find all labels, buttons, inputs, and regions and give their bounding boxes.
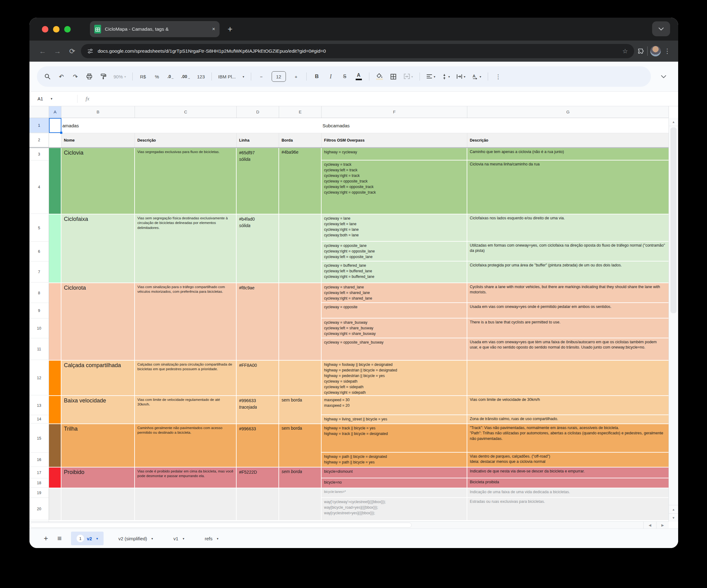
new-tab-button[interactable]: +: [228, 25, 233, 34]
row-header[interactable]: 16: [30, 453, 49, 467]
subdesc-cell[interactable]: Ciclofaixas nos lados esquerdo e/ou dire…: [467, 214, 669, 242]
cell-subcamadas[interactable]: Subcamadas: [322, 118, 669, 133]
scroll-down-icon[interactable]: ▼: [669, 513, 678, 522]
redo-icon[interactable]: ↷: [72, 72, 79, 81]
cell-camadas[interactable]: amadas: [61, 118, 322, 133]
decrease-decimal-button[interactable]: .0←: [167, 72, 175, 81]
filters-cell[interactable]: cycleway = share_busway cycleway:left = …: [322, 319, 467, 338]
layer-linha-cell[interactable]: #996633: [237, 424, 279, 467]
scrollbar-thumb[interactable]: [30, 523, 411, 527]
column-header-c[interactable]: C: [135, 106, 237, 118]
name-box[interactable]: A1 ▼: [30, 96, 77, 101]
layer-description-cell[interactable]: Vias onde é proibido pedalar em cima da …: [135, 468, 237, 488]
layer-linha-cell[interactable]: #f8c9ae: [237, 283, 279, 360]
font-family-select[interactable]: IBM Pl... ▾: [218, 72, 244, 81]
subdesc-cell[interactable]: Zona de trânsito calmo, ruas de uso comp…: [467, 415, 669, 424]
subdesc-cell[interactable]: There is a bus lane that cyclists are pe…: [467, 319, 669, 338]
subdesc-cell[interactable]: Utilizadas em formas com oneway=yes, com…: [467, 242, 669, 261]
subdesc-cell[interactable]: Usada em vias com oneway=yes onde é perm…: [467, 303, 669, 319]
filters-cell[interactable]: bicycle=no: [322, 478, 467, 488]
row-header[interactable]: 15: [30, 424, 49, 453]
layer-color-strip[interactable]: [49, 283, 61, 360]
layer-name-cell[interactable]: [61, 488, 135, 520]
layer-name-cell[interactable]: Ciclovia: [61, 148, 135, 214]
layer-linha-cell[interactable]: #996633tracejada: [237, 396, 279, 424]
filters-cell[interactable]: cycleway = lane cycleway:left = lane cyc…: [322, 214, 467, 242]
filters-cell[interactable]: highway = living_street || bicycle = yes: [322, 415, 467, 424]
subdesc-cell[interactable]: Cyclists share a lane with motor vehicle…: [467, 283, 669, 303]
layer-color-strip[interactable]: [49, 424, 61, 467]
layer-color-strip[interactable]: [49, 468, 61, 488]
decrease-font-size-button[interactable]: −: [258, 72, 265, 81]
scroll-left-icon[interactable]: ◀: [643, 522, 656, 528]
layer-name-cell[interactable]: Proibido: [61, 468, 135, 488]
horizontal-align-button[interactable]: ▾: [426, 72, 435, 81]
layer-description-cell[interactable]: Vias com limite de velocidade regulament…: [135, 396, 237, 424]
minimize-window-button[interactable]: [53, 26, 60, 33]
row-header[interactable]: 9: [30, 303, 49, 319]
subdesc-cell[interactable]: "Track": Vias não pavimentadas, normalme…: [467, 424, 669, 453]
layer-name-cell[interactable]: Ciclorota: [61, 283, 135, 360]
increase-decimal-button[interactable]: .00→: [181, 72, 191, 81]
subdesc-cell[interactable]: Ciclofaixa protegida por uma área de "bu…: [467, 261, 669, 283]
scrollbar-thumb[interactable]: [670, 127, 677, 313]
filters-cell[interactable]: way['cycleway'=cyclestreet]({{bbox}}); w…: [322, 498, 467, 520]
fill-handle[interactable]: [60, 132, 62, 134]
layer-borda-cell[interactable]: sem borda: [279, 424, 322, 467]
filters-cell[interactable]: highway = track || bicycle = yes highway…: [322, 424, 467, 453]
subdesc-cell[interactable]: Indicativo de que nesta via deve-se desc…: [467, 468, 669, 478]
add-sheet-button[interactable]: +: [44, 534, 48, 543]
column-header-g[interactable]: G: [467, 106, 669, 118]
search-icon[interactable]: [44, 72, 51, 81]
scrollbar-track[interactable]: [30, 522, 643, 528]
row-header[interactable]: 4: [30, 160, 49, 214]
cell-nome-header[interactable]: Nome: [61, 133, 135, 147]
row-header[interactable]: 10: [30, 319, 49, 338]
font-size-input[interactable]: 12: [272, 71, 286, 82]
layer-description-cell[interactable]: Vias segregadas exclusivas para fluxo de…: [135, 148, 237, 214]
sheet-tab-v2-simplified[interactable]: v2 (simplified) ▾: [113, 531, 159, 545]
cell-borda-header[interactable]: Borda: [279, 133, 322, 147]
row-header[interactable]: 17: [30, 468, 49, 478]
maximize-window-button[interactable]: [64, 26, 71, 33]
layer-color-strip[interactable]: [49, 396, 61, 424]
filters-cell[interactable]: cycleway = opposite: [322, 303, 467, 319]
tab-search-button[interactable]: [652, 22, 670, 36]
filters-cell[interactable]: maxspeed = 30 maxspeed = 20: [322, 396, 467, 415]
zoom-select[interactable]: 90% ▾: [113, 72, 126, 81]
italic-button[interactable]: I: [327, 72, 335, 81]
layer-borda-cell[interactable]: [279, 488, 322, 520]
subdesc-cell[interactable]: Vias dentro de parques, calçadões. ("off…: [467, 453, 669, 467]
filters-cell[interactable]: cycleway = buffered_lane cycleway:left =…: [322, 261, 467, 283]
layer-name-cell[interactable]: Baixa velocidade: [61, 396, 135, 424]
column-header-e[interactable]: E: [279, 106, 322, 118]
profile-avatar[interactable]: [650, 46, 661, 57]
column-header-f[interactable]: F: [322, 106, 467, 118]
hide-menus-button[interactable]: [656, 75, 671, 78]
bookmark-star-icon[interactable]: ☆: [622, 47, 628, 55]
cell-linha-header[interactable]: Linha: [237, 133, 279, 147]
selected-cell-a1[interactable]: [49, 118, 61, 133]
subdesc-cell[interactable]: Vias com limite de velocidade de 30km/h: [467, 396, 669, 415]
subdesc-cell[interactable]: Caminho que tem apenas a ciclovia (não é…: [467, 148, 669, 160]
scroll-up-icon[interactable]: ▲: [669, 505, 678, 513]
row-header[interactable]: 14: [30, 415, 49, 424]
merge-cells-button[interactable]: ▾: [404, 72, 413, 81]
tab-close-icon[interactable]: ×: [212, 26, 215, 32]
scroll-right-icon[interactable]: ▶: [656, 522, 669, 528]
column-header-d[interactable]: D: [237, 106, 279, 118]
layer-linha-cell[interactable]: #b4fad0sólida: [237, 214, 279, 283]
row-header[interactable]: 5: [30, 214, 49, 242]
browser-menu-icon[interactable]: ⋮: [663, 47, 671, 55]
layer-description-cell[interactable]: Caminhos geralmente não pavimentados com…: [135, 424, 237, 467]
extensions-puzzle-icon[interactable]: [637, 47, 645, 55]
reload-icon[interactable]: ⟳: [66, 47, 78, 56]
paint-format-icon[interactable]: [100, 72, 107, 81]
fx-icon[interactable]: fx: [77, 95, 89, 103]
layer-borda-cell[interactable]: [279, 361, 322, 395]
url-text[interactable]: docs.google.com/spreadsheets/d/1grTpS1Nr…: [98, 48, 618, 54]
layer-borda-cell[interactable]: [279, 214, 322, 283]
layer-description-cell[interactable]: Vias com sinalização para o tráfego comp…: [135, 283, 237, 360]
toolbar-more-icon[interactable]: ⋮: [495, 72, 502, 81]
strikethrough-button[interactable]: S: [341, 72, 348, 81]
